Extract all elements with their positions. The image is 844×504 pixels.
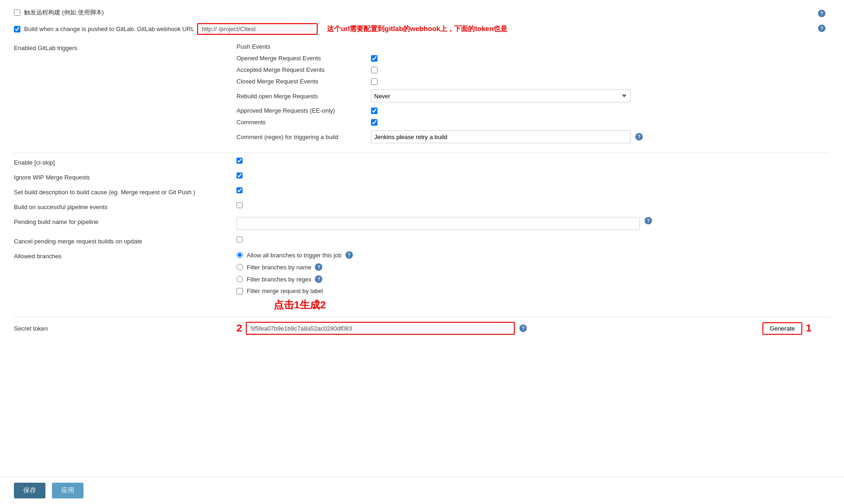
apply-button[interactable]: 应用	[52, 483, 83, 498]
enable-ciskip-label: Enable [ci-skip]	[14, 158, 237, 166]
push-events-label: Push Events	[237, 43, 371, 50]
annotation-2-text: 点击1生成2	[274, 299, 326, 311]
allowed-branches-right: Allow all branches to trigger this job ?…	[237, 251, 830, 312]
filter-by-name-label: Filter branches by name	[247, 264, 311, 271]
filter-by-name-help-icon[interactable]: ?	[315, 263, 322, 271]
save-button[interactable]: 保存	[14, 483, 45, 498]
allow-all-label: Allow all branches to trigger this job	[247, 252, 342, 259]
approved-mr-label: Approved Merge Requests (EE-only)	[237, 107, 371, 114]
accepted-mr-checkbox[interactable]	[371, 67, 377, 73]
build-when-pushed-help-icon[interactable]: ?	[818, 25, 825, 32]
build-pipeline-checkbox[interactable]	[237, 202, 243, 208]
webhook-url-box: http:// /project/CItest	[197, 23, 318, 35]
closed-mr-checkbox[interactable]	[371, 78, 377, 85]
allowed-branches-label: Allowed branches	[14, 251, 237, 260]
build-when-pushed-checkbox[interactable]	[14, 26, 20, 32]
pending-build-input[interactable]	[237, 217, 640, 230]
triggers-right: Push Events Opened Merge Request Events …	[237, 43, 830, 148]
comment-regex-help-icon[interactable]: ?	[635, 133, 643, 140]
approved-mr-checkbox[interactable]	[371, 108, 377, 114]
filter-by-regex-label: Filter branches by regex	[247, 276, 311, 283]
filter-merge-label-checkbox[interactable]	[237, 288, 243, 294]
trigger-remote-help-icon[interactable]: ?	[818, 10, 825, 17]
opened-mr-checkbox[interactable]	[371, 55, 377, 62]
token-number-2: 2	[237, 322, 242, 334]
set-build-desc-checkbox[interactable]	[237, 187, 243, 193]
generate-number-1: 1	[806, 322, 812, 334]
rebuild-mr-label: Rebuild open Merge Requests	[237, 93, 371, 100]
token-value-text: 5f5fea07b9e1b9c7a8a52ac0280df083	[250, 325, 352, 332]
cancel-pending-label: Cancel pending merge request builds on u…	[14, 236, 237, 245]
secret-token-label: Secret token	[14, 325, 237, 332]
accepted-mr-label: Accepted Merge Request Events	[237, 66, 371, 73]
build-pipeline-label: Build on successful pipeline events	[14, 202, 237, 211]
closed-mr-label: Closed Merge Request Events	[237, 78, 371, 85]
build-when-pushed-label: Build when a change is pushed to GitLab.…	[24, 26, 194, 32]
rebuild-mr-select[interactable]: Never On push to source branch On push t…	[371, 89, 631, 102]
trigger-remote-checkbox[interactable]	[14, 9, 20, 16]
comment-regex-input[interactable]: Jenkins please retry a build	[371, 130, 631, 143]
filter-by-name-radio[interactable]	[237, 264, 243, 270]
filter-by-regex-radio[interactable]	[237, 276, 243, 282]
token-input-box: 5f5fea07b9e1b9c7a8a52ac0280df083	[246, 322, 515, 335]
filter-by-regex-help-icon[interactable]: ?	[315, 275, 322, 283]
webhook-url-text: http:// /project/CItest	[202, 26, 256, 32]
set-build-desc-label: Set build description to build cause (eg…	[14, 187, 237, 196]
comment-regex-label: Comment (regex) for triggering a build	[237, 134, 371, 140]
trigger-remote-label: 触发远程构建 (例如,使用脚本)	[24, 8, 104, 17]
comments-label: Comments	[237, 119, 371, 126]
secret-token-help-icon[interactable]: ?	[519, 325, 527, 332]
enable-ciskip-checkbox[interactable]	[237, 158, 243, 164]
ignore-wip-label: Ignore WIP Merge Requests	[14, 172, 237, 181]
bottom-bar: 保存 应用	[0, 477, 844, 504]
ignore-wip-checkbox[interactable]	[237, 172, 243, 179]
pending-build-help-icon[interactable]: ?	[645, 217, 652, 224]
pending-build-label: Pending build name for pipeline	[14, 217, 237, 225]
opened-mr-label: Opened Merge Request Events	[237, 55, 371, 62]
comments-checkbox[interactable]	[371, 119, 377, 126]
allow-all-radio[interactable]	[237, 252, 243, 258]
allow-all-help-icon[interactable]: ?	[345, 251, 353, 259]
gitlab-triggers-label: Enabled GitLab triggers	[14, 43, 237, 51]
filter-merge-label: Filter merge request by label	[247, 287, 323, 294]
annotation-1-text: 这个url需要配置到gitlab的webhook上，下面的token也是	[327, 25, 507, 33]
cancel-pending-checkbox[interactable]	[237, 236, 243, 242]
generate-button[interactable]: Generate	[762, 322, 802, 335]
